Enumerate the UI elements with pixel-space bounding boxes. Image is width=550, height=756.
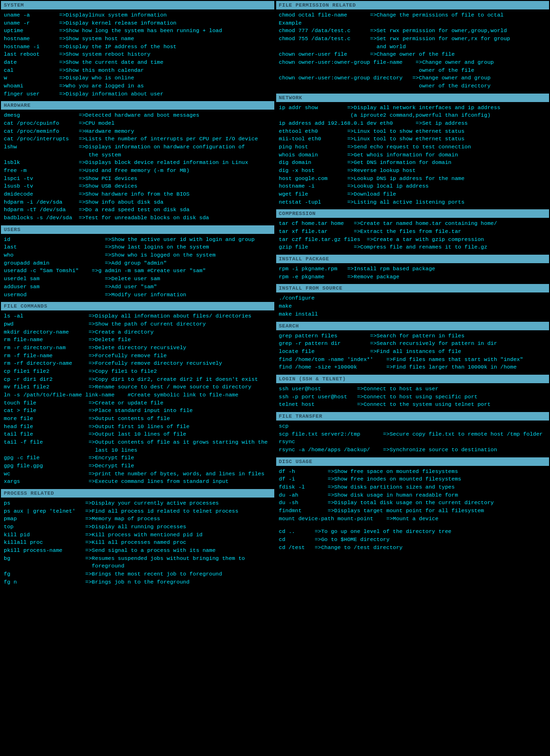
section-header-file-permission: FILE PERMISSION RELATED: [276, 1, 550, 9]
section-body-process: ps =>Display your currently active proce…: [1, 498, 274, 588]
section-body-compression: tar cf home.tar home =>Create tar named …: [276, 218, 550, 253]
section-install-package: INSTALL PACKAGErpm -i pkgname.rpm =>Inst…: [276, 255, 550, 283]
section-body-file-commands: ls -al =>Display all information about f…: [1, 310, 274, 488]
section-body-hardware: dmesg =>Detected hardware and boot messa…: [1, 110, 274, 223]
section-header-file-commands: FILE COMMANDS: [1, 302, 274, 310]
section-body-search: grep pattern files =>Search for pattern …: [276, 330, 550, 373]
section-header-compression: COMPRESSION: [276, 209, 550, 218]
section-body-network: ip addr show =>Display all network inter…: [276, 102, 550, 208]
section-network: NETWORKip addr show =>Display all networ…: [276, 94, 550, 208]
section-process: PROCESS RELATEDps =>Display your current…: [1, 489, 274, 588]
section-file-transfer: FILE TRANSFERscp scp file.txt server2:/t…: [276, 412, 550, 456]
section-header-disc-usage: DISC USAGE: [276, 457, 550, 466]
section-disc-usage: DISC USAGEdf -h =>Show free space on mou…: [276, 457, 550, 525]
section-body-users: id =>Show the active user id with login …: [1, 234, 274, 301]
section-header-install-source: INSTALL FROM SOURCE: [276, 284, 550, 292]
section-hardware: HARDWAREdmesg =>Detected hardware and bo…: [1, 101, 274, 223]
section-users: USERSid =>Show the active user id with l…: [1, 225, 274, 301]
right-column: FILE PERMISSION RELATEDchmod octal file-…: [275, 0, 550, 590]
section-body-directory-traverse: cd .. =>To go up one level of the direct…: [276, 526, 550, 553]
section-body-login: ssh user@host =>Connect to host as user …: [276, 383, 550, 411]
section-header-search: SEARCH: [276, 322, 550, 330]
section-install-source: INSTALL FROM SOURCE./configure make make…: [276, 284, 550, 320]
section-body-install-package: rpm -i pkgname.rpm =>Install rpm based p…: [276, 263, 550, 283]
section-body-file-transfer: scp scp file.txt server2:/tmp =>Secure c…: [276, 421, 550, 456]
section-directory-traverse: cd .. =>To go up one level of the direct…: [276, 526, 550, 553]
section-header-install-package: INSTALL PACKAGE: [276, 255, 550, 263]
section-search: SEARCHgrep pattern files =>Search for pa…: [276, 322, 550, 373]
section-body-install-source: ./configure make make install: [276, 292, 550, 320]
section-compression: COMPRESSIONtar cf home.tar home =>Create…: [276, 209, 550, 253]
left-column: SYSTEMuname -a =>Displaylinux system inf…: [0, 0, 275, 590]
section-body-system: uname -a =>Displaylinux system informati…: [1, 9, 274, 100]
section-file-commands: FILE COMMANDSls -al =>Display all inform…: [1, 302, 274, 488]
section-header-file-transfer: FILE TRANSFER: [276, 412, 550, 421]
section-header-process: PROCESS RELATED: [1, 489, 274, 498]
section-system: SYSTEMuname -a =>Displaylinux system inf…: [1, 1, 274, 100]
section-login: LOGIN (SSH & TELNET)ssh user@host =>Conn…: [276, 375, 550, 411]
section-header-network: NETWORK: [276, 94, 550, 102]
section-header-hardware: HARDWARE: [1, 101, 274, 110]
section-body-file-permission: chmod octal file-name =>Change the permi…: [276, 9, 550, 92]
page: SYSTEMuname -a =>Displaylinux system inf…: [0, 0, 550, 590]
section-file-permission: FILE PERMISSION RELATEDchmod octal file-…: [276, 1, 550, 92]
section-header-system: SYSTEM: [1, 1, 274, 9]
section-body-disc-usage: df -h =>Show free space on mounted files…: [276, 466, 550, 525]
section-header-login: LOGIN (SSH & TELNET): [276, 375, 550, 383]
section-header-users: USERS: [1, 225, 274, 234]
